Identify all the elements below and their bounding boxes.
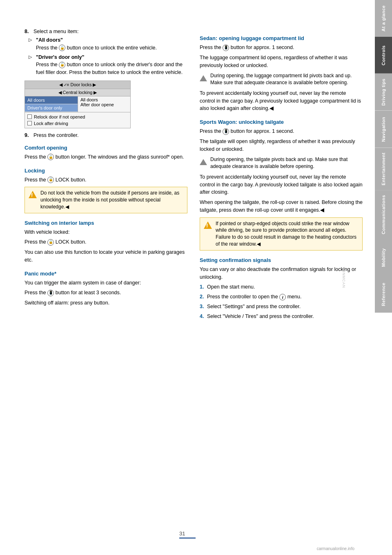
interior-lamps-title: Switching on interior lamps — [24, 220, 187, 226]
unlock-icon-3: 🔓 — [47, 154, 54, 160]
carmanuals-footer: carmanualonline.info — [317, 546, 354, 551]
sidebar-tab-mobility[interactable]: Mobility — [375, 239, 392, 276]
locking-title: Locking — [24, 168, 187, 174]
door-locks-header: ◀ ✓≡ Door locks ▶ — [25, 81, 130, 89]
sub-step-2-content: "Driver's door only" Press the 🔓 button … — [36, 54, 187, 76]
sports-wagon-body-4: When opening the tailgate, the roll-up c… — [200, 199, 363, 214]
sidebar-tab-controls[interactable]: Controls — [375, 37, 392, 74]
sedan-opening-body-1: Press the 📱 button for approx. 1 second. — [200, 44, 363, 51]
sidebar-tab-communications-label: Communications — [381, 195, 386, 234]
checkbox-relock-box[interactable] — [27, 114, 32, 119]
conf-step-4-num: 4. — [200, 313, 207, 320]
remote-icon-3: 📱 — [223, 128, 229, 135]
door-locks-options-right: All doors After door opene — [78, 96, 130, 112]
watermark: YBNMCAN — [342, 267, 346, 288]
sports-wagon-title: Sports Wagon: unlocking tailgate — [200, 119, 363, 125]
section-panic-mode: Panic mode* You can trigger the alarm sy… — [24, 271, 187, 307]
panic-mode-body-1: You can trigger the alarm system in case… — [24, 279, 187, 287]
section-confirmation-signals: Setting confirmation signals You can var… — [200, 257, 363, 320]
main-content: 8. Select a menu item: ▷ "All doors" Pre… — [0, 0, 375, 555]
door-option-drivers-door[interactable]: Driver's door only — [25, 104, 78, 112]
door-locks-header-text: ◀ ✓≡ Door locks ▶ — [59, 82, 96, 87]
unlock-icon-1: 🔓 — [59, 45, 65, 51]
confirmation-steps-list: 1. Open the start menu. 2. Press the con… — [200, 283, 363, 320]
checkbox-lock-driving-box[interactable] — [27, 121, 32, 125]
sedan-note-text: During opening, the luggage compartment … — [210, 72, 363, 86]
sports-wagon-note: During opening, the tailgate pivots back… — [200, 156, 363, 170]
step-9-number: 9. — [24, 132, 33, 138]
sedan-opening-body-2: The luggage compartment lid opens, regar… — [200, 54, 363, 69]
conf-step-2: 2. Press the controller to open the i me… — [200, 293, 363, 301]
step-8-text: Select a menu item: — [33, 29, 78, 34]
sub-step-1-content: "All doors" Press the 🔓 button once to u… — [36, 36, 157, 52]
sedan-opening-body-3: To prevent accidentally locking yourself… — [200, 90, 363, 112]
note-icon-1 — [200, 74, 207, 86]
sedan-opening-title: Sedan: opening luggage compartment lid — [200, 35, 363, 41]
conf-step-3-text: Select "Settings" and press the controll… — [207, 303, 301, 311]
sports-wagon-body-2: The tailgate will open slightly, regardl… — [200, 138, 363, 153]
sports-wagon-note-text: During opening, the tailgate pivots back… — [210, 156, 363, 170]
interior-lamps-body-3: You can also use this function to locate… — [24, 248, 187, 264]
section-interior-lamps: Switching on interior lamps With vehicle… — [24, 220, 187, 264]
right-column: Sedan: opening luggage compartment lid P… — [200, 29, 363, 323]
sub-step-all-doors: ▷ "All doors" Press the 🔓 button once to… — [24, 36, 187, 52]
page-container: 8. Select a menu item: ▷ "All doors" Pre… — [0, 0, 392, 555]
door-option-all-doors[interactable]: All doors — [25, 96, 78, 104]
door-locks-body: All doors Driver's door only All doors A… — [25, 96, 130, 112]
sports-wagon-body-1: Press the 📱 button for approx. 1 second. — [200, 128, 363, 135]
panic-mode-body-2: Press the 📱 button for at least 3 second… — [24, 289, 187, 297]
sidebar-tab-mobility-label: Mobility — [381, 248, 386, 267]
sidebar-tab-navigation-label: Navigation — [381, 116, 386, 141]
note-triangle-2 — [200, 159, 207, 165]
conf-step-1: 1. Open the start menu. — [200, 283, 363, 291]
sidebar-tab-reference[interactable]: Reference — [375, 276, 392, 313]
sidebar-tab-entertainment[interactable]: Entertainment — [375, 148, 392, 190]
section-locking: Locking Press the 🔒 LOCK button. ! Do no… — [24, 168, 187, 213]
warning-icon-container-1: ! — [28, 190, 37, 210]
step-8: 8. Select a menu item: — [24, 29, 187, 34]
sidebar-tab-navigation[interactable]: Navigation — [375, 111, 392, 148]
sidebar-tab-communications[interactable]: Communications — [375, 190, 392, 239]
sidebar-tab-controls-label: Controls — [381, 45, 386, 65]
right-sidebar: At a glance Controls Driving tips Naviga… — [375, 0, 392, 555]
arrow-icon-2: ▷ — [29, 54, 36, 76]
section-sports-wagon: Sports Wagon: unlocking tailgate Press t… — [200, 119, 363, 251]
right-option-1: All doors — [80, 97, 128, 102]
arrow-icon-1: ▷ — [29, 36, 36, 52]
section-sedan-opening: Sedan: opening luggage compartment lid P… — [200, 35, 363, 112]
sports-wagon-body-3: To prevent accidentally locking yourself… — [200, 173, 363, 196]
sidebar-tab-driving-tips[interactable]: Driving tips — [375, 74, 392, 111]
comfort-opening-title: Comfort opening — [24, 145, 187, 151]
warning-triangle-2: ! — [204, 222, 212, 229]
locking-warning: ! Do not lock the vehicle from the outsi… — [24, 187, 187, 213]
note-triangle-1 — [200, 75, 207, 81]
sub-step-1-body: Press the 🔓 button once to unlock the en… — [36, 45, 157, 51]
panic-mode-title: Panic mode* — [24, 271, 187, 277]
conf-step-3: 3. Select "Settings" and press the contr… — [200, 303, 363, 311]
door-locks-sub-header: ◀ Central locking ▶ — [25, 89, 130, 96]
comfort-opening-body: Press the 🔓 button longer. The windows a… — [24, 153, 187, 161]
warning-exclamation-2: ! — [207, 223, 208, 228]
sub-step-2-title: "Driver's door only" — [36, 54, 84, 60]
sub-step-2-body: Press the 🔓 button once to unlock only t… — [36, 62, 183, 75]
door-locks-options-left: All doors Driver's door only — [25, 96, 78, 112]
conf-step-2-num: 2. — [200, 293, 207, 301]
step-9-text: Press the controller. — [33, 132, 78, 138]
checkbox-lock-driving[interactable]: Lock after driving — [27, 120, 128, 127]
central-locking-text: ◀ Central locking ▶ — [58, 90, 97, 95]
sidebar-tab-at-a-glance[interactable]: At a glance — [375, 0, 392, 37]
warning-exclamation-1: ! — [31, 192, 33, 198]
conf-step-4-text: Select "Vehicle / Tires" and press the c… — [207, 313, 314, 320]
sidebar-tab-entertainment-label: Entertainment — [381, 152, 386, 185]
conf-step-2-text: Press the controller to open the i menu. — [207, 293, 301, 301]
two-column-layout: 8. Select a menu item: ▷ "All doors" Pre… — [24, 29, 363, 323]
left-column: 8. Select a menu item: ▷ "All doors" Pre… — [24, 29, 187, 323]
sidebar-tab-at-a-glance-label: At a glance — [381, 5, 386, 31]
sub-step-drivers-door: ▷ "Driver's door only" Press the 🔓 butto… — [24, 54, 187, 76]
lock-icon-2: 🔒 — [47, 239, 54, 246]
checkbox-relock[interactable]: Relock door if not opened — [27, 114, 128, 120]
panic-mode-body-3: Switching off alarm: press any button. — [24, 299, 187, 307]
note-icon-2 — [200, 158, 207, 170]
conf-step-3-num: 3. — [200, 303, 207, 311]
page-number-underline — [179, 537, 196, 539]
